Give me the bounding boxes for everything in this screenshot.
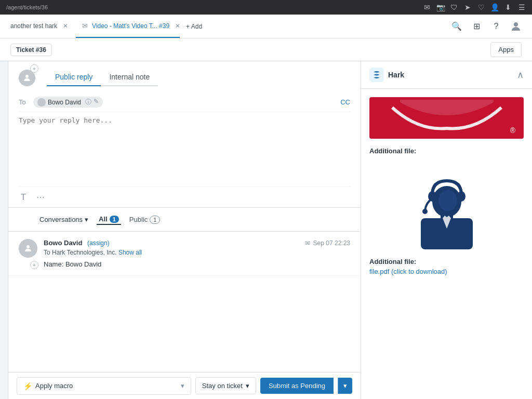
tab-close-1[interactable]: ✕: [61, 22, 70, 30]
tab-video-matt[interactable]: ✉ Video - Matt's Video T... #39 ✕: [76, 15, 180, 38]
conv-meta: Bowo David (assign) ✉ Sep 07 22:23: [44, 239, 350, 247]
macro-icon: ⚡: [23, 382, 32, 390]
conv-time: ✉ Sep 07 22:23: [305, 240, 350, 247]
levis-logo: ®: [369, 97, 524, 139]
panel-header: Hark ∧: [361, 61, 532, 89]
tab-another-test-hark[interactable]: another test hark ✕: [4, 15, 76, 38]
submit-button[interactable]: Submit as Pending: [260, 378, 334, 394]
stay-on-ticket-button[interactable]: Stay on ticket ▾: [195, 377, 256, 394]
conv-sender-name: Bowo David: [44, 239, 82, 247]
panel-content: ® Additional file:: [361, 89, 532, 284]
conv-tab-public[interactable]: Public 1: [127, 214, 163, 225]
panel-title: Hark: [388, 71, 404, 79]
cc-link[interactable]: CC: [340, 98, 350, 106]
send-icon: ➤: [463, 3, 472, 11]
conversations-title-btn[interactable]: Conversations ▾: [39, 216, 88, 223]
right-panel: Hark ∧ ® Additional file:: [361, 61, 532, 399]
stay-ticket-label: Stay on ticket: [202, 382, 243, 390]
panel-collapse-button[interactable]: ∧: [517, 69, 524, 81]
additional-file-label-1: Additional file:: [369, 147, 524, 155]
heart-icon: ♡: [477, 3, 485, 11]
apply-macro-button[interactable]: ⚡ Apply macro ▾: [17, 377, 191, 395]
conversations-header: Conversations ▾ All 1 Public 1: [8, 208, 361, 232]
conv-timestamp: Sep 07 22:23: [313, 240, 350, 247]
svg-point-9: [457, 191, 466, 202]
conv-avatar-badge: +: [30, 261, 38, 269]
left-sidebar: [0, 61, 8, 399]
submit-dropdown-button[interactable]: ▾: [338, 378, 352, 394]
recipient-edit-icon[interactable]: ✎: [94, 98, 99, 107]
help-button[interactable]: ?: [488, 19, 504, 34]
svg-point-1: [25, 75, 29, 78]
menu-icon: ☰: [517, 3, 526, 11]
conv-to-line: To Hark Technologies, Inc. Show all: [44, 249, 350, 256]
conv-sender-info: Bowo David (assign): [44, 239, 110, 247]
conv-tab-all-label: All: [99, 215, 108, 223]
conv-all-badge: 1: [110, 216, 119, 223]
to-label: To: [19, 98, 29, 106]
conversations-dropdown-icon: ▾: [85, 216, 88, 223]
tab-bar-actions: 🔍 ⊞ ?: [445, 15, 528, 38]
main-layout: + Public reply Internal note To Bowo Dav…: [0, 61, 532, 399]
macro-label: Apply macro: [35, 382, 73, 390]
add-tab-button[interactable]: + Add: [180, 15, 208, 38]
conv-email-icon: ✉: [305, 240, 310, 247]
conversations-section: Conversations ▾ All 1 Public 1: [8, 208, 361, 372]
stay-ticket-chevron-icon: ▾: [246, 382, 249, 390]
conv-public-badge: 1: [150, 216, 160, 224]
shield-icon: 🛡: [450, 3, 458, 11]
svg-point-2: [26, 245, 30, 248]
conv-content: Name: Bowo David: [44, 260, 350, 268]
search-button[interactable]: 🔍: [449, 19, 464, 34]
recipient-icons: ⓘ ✎: [85, 98, 99, 107]
conv-filter-tabs: All 1 Public 1: [97, 214, 162, 225]
conversation-item: + Bowo David (assign) ✉ Sep 07 22:23: [8, 232, 361, 276]
bottom-bar: ⚡ Apply macro ▾ Stay on ticket ▾ Submit …: [8, 372, 361, 399]
reply-tabs: Public reply Internal note: [47, 70, 158, 86]
reply-area: + Public reply Internal note To Bowo Dav…: [8, 61, 361, 208]
svg-point-11: [438, 190, 457, 211]
tab-bar: another test hark ✕ ✉ Video - Matt's Vid…: [0, 15, 532, 38]
additional-file-label-2: Additional file:: [369, 258, 524, 265]
format-text-icon[interactable]: T: [19, 192, 28, 203]
svg-point-10: [422, 209, 428, 214]
user-icon: 👤: [490, 3, 499, 11]
conv-tab-all[interactable]: All 1: [97, 214, 121, 225]
grid-button[interactable]: ⊞: [469, 19, 484, 34]
tab-label: Video - Matt's Video T... #39: [92, 22, 169, 30]
recipient-name: Bowo David: [48, 99, 81, 106]
svg-point-0: [514, 22, 518, 26]
file-download-link[interactable]: file.pdf (click to download): [369, 268, 447, 275]
tab-internal-note[interactable]: Internal note: [101, 70, 158, 86]
recipient-avatar: [37, 98, 46, 107]
browser-icons: ✉ 📷 🛡 ➤ ♡ 👤 ⬇ ☰: [423, 3, 526, 11]
reply-body[interactable]: [19, 112, 350, 185]
camera-icon: 📷: [436, 3, 445, 11]
conv-tab-public-label: Public: [129, 216, 148, 223]
tab-public-reply[interactable]: Public reply: [47, 70, 101, 86]
recipient-pill: Bowo David ⓘ ✎: [33, 97, 103, 108]
ticket-badge: Ticket #36: [10, 44, 52, 56]
conv-show-all-link[interactable]: Show all: [118, 249, 142, 256]
hark-logo: [369, 68, 384, 82]
cs-person-container: [369, 161, 524, 249]
envelope-icon: ✉: [423, 3, 431, 11]
browser-bar: /agent/tickets/36 ✉ 📷 🛡 ➤ ♡ 👤 ⬇ ☰: [0, 0, 532, 15]
download-icon: ⬇: [504, 3, 512, 11]
conv-avatar: [19, 239, 37, 258]
conv-body: Bowo David (assign) ✉ Sep 07 22:23 To Ha…: [44, 239, 350, 268]
profile-button[interactable]: [508, 19, 524, 34]
more-options-icon[interactable]: ⋯: [34, 191, 47, 203]
reply-header: + Public reply Internal note: [19, 70, 350, 86]
sub-header: Ticket #36 Apps: [0, 38, 532, 61]
browser-url: /agent/tickets/36: [6, 4, 48, 10]
conv-to-text: To Hark Technologies, Inc.: [44, 249, 117, 256]
panel-file-section: Additional file: file.pdf (click to down…: [369, 258, 524, 275]
levis-registered-symbol: ®: [510, 126, 515, 135]
to-field: To Bowo David ⓘ ✎ CC: [19, 92, 350, 112]
apps-button[interactable]: Apps: [490, 42, 522, 57]
tab-label: another test hark: [10, 22, 57, 30]
conv-assign-link[interactable]: (assign): [87, 240, 110, 247]
tab-envelope-icon: ✉: [82, 22, 88, 30]
recipient-info-icon[interactable]: ⓘ: [85, 98, 91, 107]
